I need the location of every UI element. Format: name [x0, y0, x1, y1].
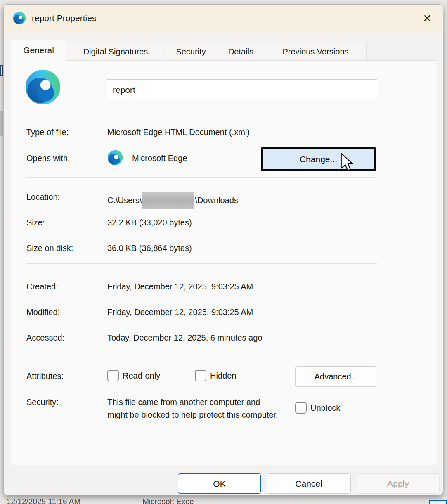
background-file-type: Microsoft Exce — [142, 497, 194, 504]
size-on-disk-value: 36.0 KB (36,864 bytes) — [107, 244, 192, 253]
created-label: Created: — [26, 282, 58, 291]
tab-security[interactable]: Security — [165, 43, 217, 60]
properties-dialog: report Properties ✕ General Digital Sign… — [3, 4, 443, 495]
redacted-username — [142, 192, 194, 209]
security-text: This file came from another computer and… — [107, 396, 281, 421]
tab-digital-signatures[interactable]: Digital Signatures — [67, 43, 164, 60]
advanced-button[interactable]: Advanced... — [295, 366, 377, 387]
location-label: Location: — [26, 192, 60, 202]
background-fragment — [0, 65, 3, 76]
modified-value: Friday, December 12, 2025, 9:03:25 AM — [107, 308, 253, 317]
modified-label: Modified: — [26, 308, 60, 317]
filename-input[interactable] — [107, 79, 377, 100]
cancel-button[interactable]: Cancel — [267, 473, 351, 494]
mouse-cursor — [340, 153, 354, 171]
ok-button[interactable]: OK — [178, 473, 261, 494]
hidden-checkbox-row: Hidden — [195, 370, 236, 381]
readonly-checkbox[interactable] — [107, 370, 119, 381]
readonly-checkbox-row: Read-only — [107, 370, 160, 381]
opens-with-label: Opens with: — [26, 154, 70, 163]
accessed-value: Today, December 12, 2025, 6 minutes ago — [107, 333, 262, 343]
tab-details[interactable]: Details — [218, 43, 264, 60]
apply-button[interactable]: Apply — [357, 473, 440, 494]
edge-file-icon — [25, 69, 61, 105]
readonly-label: Read-only — [123, 371, 160, 381]
general-tab-page: Type of file: Microsoft Edge HTML Docume… — [11, 60, 437, 465]
background-selected-row — [429, 500, 447, 504]
separator — [26, 263, 377, 264]
change-button[interactable]: Change... — [261, 147, 376, 171]
microsoft-edge-icon — [107, 150, 123, 166]
attributes-label: Attributes: — [26, 371, 64, 381]
background-fragment — [0, 111, 3, 136]
size-value: 32.2 KB (33,020 bytes) — [107, 218, 192, 227]
separator — [26, 177, 377, 178]
unblock-label: Unblock — [310, 403, 340, 413]
location-prefix: C:\Users\ — [107, 196, 142, 205]
tab-general[interactable]: General — [11, 40, 66, 61]
unblock-checkbox-row: Unblock — [295, 402, 340, 414]
hidden-label: Hidden — [210, 371, 236, 381]
edge-logo-icon — [13, 12, 26, 25]
unblock-checkbox[interactable] — [295, 402, 307, 414]
title-bar: report Properties — [4, 5, 443, 32]
created-value: Friday, December 12, 2025, 9:03:25 AM — [107, 282, 253, 291]
location-value: C:\Users\ \Downloads — [107, 192, 238, 209]
type-of-file-label: Type of file: — [26, 128, 69, 137]
size-on-disk-label: Size on disk: — [26, 244, 73, 253]
hidden-checkbox[interactable] — [195, 370, 206, 381]
separator — [26, 112, 377, 112]
size-label: Size: — [26, 218, 45, 227]
opens-with-value: Microsoft Edge — [132, 154, 187, 163]
security-label: Security: — [26, 398, 59, 407]
separator — [26, 355, 377, 355]
window-title: report Properties — [32, 13, 96, 23]
tab-previous-versions[interactable]: Previous Versions — [265, 43, 367, 60]
type-of-file-value: Microsoft Edge HTML Document (.xml) — [107, 128, 250, 137]
background-file-date: 12/12/2025 11:16 AM — [7, 497, 80, 504]
accessed-label: Accessed: — [26, 333, 64, 343]
close-icon[interactable]: ✕ — [418, 9, 436, 27]
location-suffix: \Downloads — [195, 196, 238, 205]
